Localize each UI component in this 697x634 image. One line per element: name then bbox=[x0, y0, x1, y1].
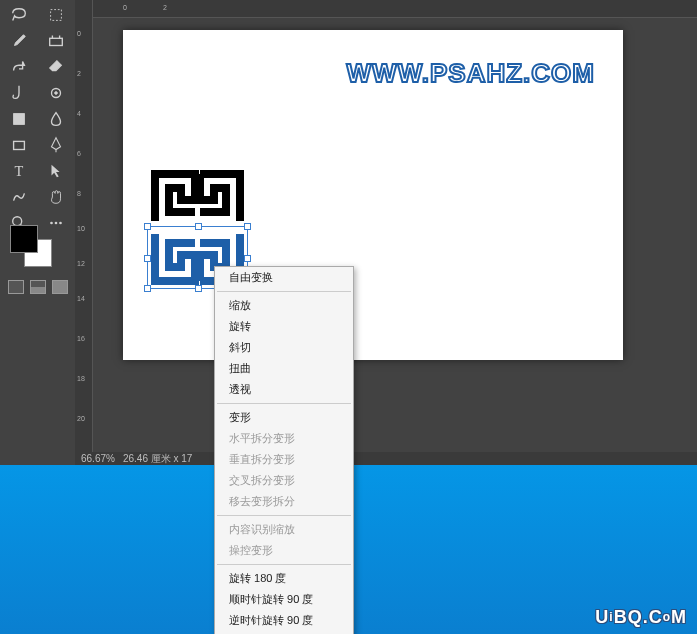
handle-tc[interactable] bbox=[195, 223, 202, 230]
gradient-tool[interactable] bbox=[3, 81, 35, 105]
svg-rect-5 bbox=[14, 141, 25, 149]
document-dimensions: 26.46 厘米 x 17 bbox=[123, 452, 192, 466]
menu-item-remove_warp_split: 移去变形拆分 bbox=[215, 491, 353, 512]
svg-rect-4 bbox=[14, 114, 25, 125]
ruler-tick: 16 bbox=[77, 335, 85, 342]
ruler-tick: 0 bbox=[77, 30, 81, 37]
zoom-level[interactable]: 66.67% bbox=[81, 453, 115, 464]
svg-rect-1 bbox=[50, 38, 63, 45]
ruler-tick: 18 bbox=[77, 375, 85, 382]
document-canvas[interactable]: WWW.PSAHZ.COM bbox=[123, 30, 623, 360]
shape-tool[interactable] bbox=[3, 185, 35, 209]
content-aware-tool[interactable] bbox=[40, 29, 72, 53]
svg-point-10 bbox=[59, 222, 62, 225]
svg-point-3 bbox=[55, 92, 58, 95]
watermark-text: WWW.PSAHZ.COM bbox=[347, 58, 595, 89]
handle-bl[interactable] bbox=[144, 285, 151, 292]
menu-item-content_aware_scale: 内容识别缩放 bbox=[215, 519, 353, 540]
toolbox-panel: T bbox=[0, 0, 75, 465]
eraser-tool[interactable] bbox=[40, 55, 72, 79]
handle-ml[interactable] bbox=[144, 255, 151, 262]
standard-mode-icon[interactable] bbox=[8, 280, 24, 294]
menu-item-free_transform[interactable]: 自由变换 bbox=[215, 267, 353, 288]
hand-tool[interactable] bbox=[40, 185, 72, 209]
quickmask-mode-icon[interactable] bbox=[30, 280, 46, 294]
menu-item-skew[interactable]: 斜切 bbox=[215, 337, 353, 358]
color-swatches[interactable] bbox=[10, 225, 60, 275]
screen-mode-icon[interactable] bbox=[52, 280, 68, 294]
ruler-tick: 6 bbox=[77, 150, 81, 157]
menu-item-split_warp_cross: 交叉拆分变形 bbox=[215, 470, 353, 491]
status-bar: 66.67% 26.46 厘米 x 17 bbox=[75, 452, 697, 465]
canvas-area[interactable]: 0 2 WWW.PSAHZ.COM bbox=[93, 0, 697, 452]
menu-separator bbox=[217, 515, 351, 516]
menu-item-rotate90cw[interactable]: 顺时针旋转 90 度 bbox=[215, 589, 353, 610]
menu-item-split_warp_v: 垂直拆分变形 bbox=[215, 449, 353, 470]
foreground-color-swatch[interactable] bbox=[10, 225, 38, 253]
brush-tool[interactable] bbox=[3, 29, 35, 53]
menu-item-distort[interactable]: 扭曲 bbox=[215, 358, 353, 379]
menu-item-puppet_warp: 操控变形 bbox=[215, 540, 353, 561]
menu-separator bbox=[217, 291, 351, 292]
ruler-tick: 0 bbox=[123, 4, 127, 11]
ruler-tick: 14 bbox=[77, 295, 85, 302]
site-watermark: UiBQ.CoM bbox=[595, 607, 687, 628]
rectangle-tool[interactable] bbox=[3, 133, 35, 157]
crop-tool[interactable] bbox=[40, 3, 72, 27]
handle-tl[interactable] bbox=[144, 223, 151, 230]
ruler-tick: 8 bbox=[77, 190, 81, 197]
transform-context-menu: 自由变换缩放旋转斜切扭曲透视变形水平拆分变形垂直拆分变形交叉拆分变形移去变形拆分… bbox=[214, 266, 354, 634]
pen-tool[interactable] bbox=[40, 133, 72, 157]
handle-tr[interactable] bbox=[244, 223, 251, 230]
ruler-tick: 10 bbox=[77, 225, 85, 232]
type-tool[interactable]: T bbox=[3, 159, 35, 183]
spot-heal-tool[interactable] bbox=[3, 55, 35, 79]
menu-item-scale[interactable]: 缩放 bbox=[215, 295, 353, 316]
menu-item-rotate[interactable]: 旋转 bbox=[215, 316, 353, 337]
svg-point-9 bbox=[55, 222, 58, 225]
horizontal-ruler: 0 2 bbox=[93, 0, 697, 18]
quickmask-icons[interactable] bbox=[8, 280, 68, 298]
lasso-tool[interactable] bbox=[3, 3, 35, 27]
menu-separator bbox=[217, 564, 351, 565]
svg-point-8 bbox=[50, 222, 53, 225]
ruler-tick: 2 bbox=[163, 4, 167, 11]
clone-stamp-tool[interactable] bbox=[3, 107, 35, 131]
menu-separator bbox=[217, 403, 351, 404]
svg-text:T: T bbox=[15, 163, 24, 179]
vertical-ruler: 0 2 4 6 8 10 12 14 16 18 20 bbox=[75, 0, 93, 452]
menu-item-rotate180[interactable]: 旋转 180 度 bbox=[215, 568, 353, 589]
greek-key-pattern-top bbox=[151, 170, 244, 225]
handle-bc[interactable] bbox=[195, 285, 202, 292]
ruler-tick: 12 bbox=[77, 260, 85, 267]
ruler-tick: 4 bbox=[77, 110, 81, 117]
menu-item-split_warp_h: 水平拆分变形 bbox=[215, 428, 353, 449]
paint-bucket-region-tool[interactable] bbox=[40, 81, 72, 105]
svg-rect-0 bbox=[51, 10, 62, 21]
path-select-tool[interactable] bbox=[40, 159, 72, 183]
ruler-tick: 2 bbox=[77, 70, 81, 77]
ruler-tick: 20 bbox=[77, 415, 85, 422]
menu-item-warp[interactable]: 变形 bbox=[215, 407, 353, 428]
handle-mr[interactable] bbox=[244, 255, 251, 262]
menu-item-perspective[interactable]: 透视 bbox=[215, 379, 353, 400]
tool-grid: T bbox=[0, 0, 75, 238]
menu-item-rotate90ccw[interactable]: 逆时针旋转 90 度 bbox=[215, 610, 353, 631]
blur-tool[interactable] bbox=[40, 107, 72, 131]
